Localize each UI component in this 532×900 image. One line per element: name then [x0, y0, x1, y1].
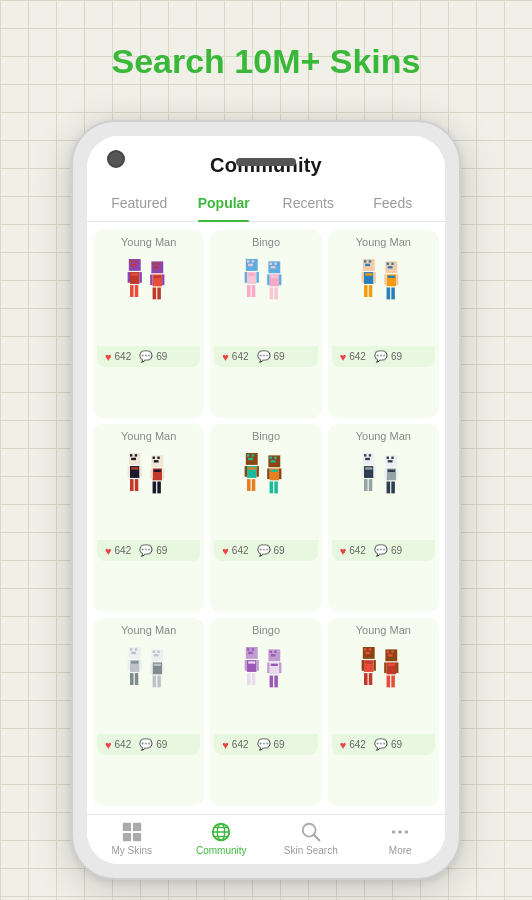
globe-icon	[208, 821, 234, 843]
svg-rect-13	[153, 266, 158, 268]
tab-feeds[interactable]: Feeds	[351, 187, 436, 221]
svg-rect-135	[153, 664, 160, 666]
svg-rect-118	[387, 482, 391, 494]
svg-rect-111	[387, 457, 389, 459]
skin-name: Young Man	[356, 236, 411, 248]
skin-name: Young Man	[121, 236, 176, 248]
svg-rect-79	[157, 482, 161, 494]
svg-rect-132	[157, 651, 159, 653]
svg-rect-137	[162, 662, 164, 673]
svg-rect-122	[134, 648, 136, 650]
svg-rect-183	[133, 833, 141, 841]
skin-likes: ♥ 642	[222, 739, 248, 751]
svg-rect-156	[267, 662, 269, 673]
comments-count: 69	[156, 739, 167, 750]
skin-card[interactable]: Young Man ♥ 642	[93, 618, 204, 806]
skin-image	[214, 252, 317, 342]
svg-rect-108	[364, 479, 368, 491]
svg-rect-25	[248, 273, 255, 275]
comment-icon: 💬	[257, 544, 271, 557]
svg-rect-138	[152, 676, 156, 688]
svg-rect-165	[366, 661, 373, 663]
svg-rect-115	[388, 470, 395, 472]
comments-count: 69	[391, 351, 402, 362]
comment-icon: 💬	[374, 738, 388, 751]
svg-rect-116	[385, 468, 387, 479]
likes-count: 642	[349, 351, 366, 362]
svg-rect-39	[274, 288, 278, 300]
svg-rect-41	[364, 260, 366, 262]
svg-rect-61	[130, 454, 132, 456]
svg-rect-169	[369, 673, 373, 685]
skin-name: Young Man	[356, 430, 411, 442]
svg-rect-57	[396, 274, 398, 285]
svg-rect-166	[362, 660, 364, 671]
phone-speaker	[236, 158, 296, 166]
svg-rect-72	[157, 457, 159, 459]
skin-likes: ♥ 642	[340, 351, 366, 363]
skin-stats: ♥ 642 💬 69	[97, 734, 200, 755]
svg-rect-32	[274, 263, 276, 265]
skin-comments: 💬 69	[139, 350, 167, 363]
svg-rect-21	[247, 260, 249, 262]
svg-rect-1	[130, 260, 132, 262]
svg-rect-59	[392, 288, 396, 300]
nav-item-skin-search[interactable]: Skin Search	[266, 821, 356, 856]
svg-rect-63	[131, 458, 136, 460]
svg-rect-89	[252, 479, 256, 491]
nav-item-more[interactable]: More	[356, 821, 446, 856]
tab-popular[interactable]: Popular	[182, 187, 267, 221]
svg-line-190	[314, 835, 320, 841]
tab-recents[interactable]: Recents	[266, 187, 351, 221]
skin-grid: Young Man ♥ 642	[87, 222, 445, 814]
skin-comments: 💬 69	[257, 738, 285, 751]
comments-count: 69	[156, 545, 167, 556]
svg-rect-102	[369, 454, 371, 456]
likes-count: 642	[232, 351, 249, 362]
svg-rect-47	[374, 272, 376, 283]
skin-card[interactable]: Young Man ♥ 642	[328, 424, 439, 612]
svg-rect-131	[152, 651, 154, 653]
svg-rect-87	[256, 466, 258, 477]
skin-card[interactable]: Young Man ♥ 642	[328, 230, 439, 418]
skin-card[interactable]: Bingo ♥ 642 �	[210, 230, 321, 418]
nav-label-skin-search: Skin Search	[284, 845, 338, 856]
svg-rect-153	[271, 654, 276, 656]
skin-card[interactable]: Young Man ♥ 642	[93, 230, 204, 418]
skin-comments: 💬 69	[374, 738, 402, 751]
svg-rect-27	[256, 272, 258, 283]
svg-rect-46	[362, 272, 364, 283]
comment-icon: 💬	[139, 544, 153, 557]
svg-rect-162	[369, 648, 371, 650]
svg-rect-182	[123, 833, 131, 841]
skin-stats: ♥ 642 💬 69	[332, 346, 435, 367]
svg-rect-68	[130, 479, 134, 491]
skin-card[interactable]: Bingo ♥ 642 �	[210, 424, 321, 612]
svg-rect-139	[157, 676, 161, 688]
svg-point-192	[398, 830, 402, 834]
skin-card[interactable]: Young Man ♥ 642	[328, 618, 439, 806]
svg-rect-181	[133, 823, 141, 831]
svg-rect-83	[248, 458, 253, 460]
nav-item-community[interactable]: Community	[177, 821, 267, 856]
svg-rect-86	[245, 466, 247, 477]
svg-rect-37	[279, 274, 281, 285]
svg-rect-28	[247, 285, 251, 297]
search-icon	[298, 821, 324, 843]
skin-card[interactable]: Bingo ♥ 642 �	[210, 618, 321, 806]
comments-count: 69	[391, 545, 402, 556]
heart-icon: ♥	[222, 739, 229, 751]
svg-point-193	[405, 830, 409, 834]
svg-rect-143	[248, 652, 253, 654]
svg-rect-18	[152, 288, 156, 300]
svg-rect-155	[271, 664, 278, 666]
skin-card[interactable]: Young Man ♥ 642	[93, 424, 204, 612]
svg-rect-178	[387, 676, 391, 688]
skin-comments: 💬 69	[257, 544, 285, 557]
svg-rect-2	[134, 260, 136, 262]
skin-likes: ♥ 642	[340, 739, 366, 751]
skin-comments: 💬 69	[374, 350, 402, 363]
tab-featured[interactable]: Featured	[97, 187, 182, 221]
nav-label-more: More	[389, 845, 412, 856]
nav-item-my-skins[interactable]: My Skins	[87, 821, 177, 856]
